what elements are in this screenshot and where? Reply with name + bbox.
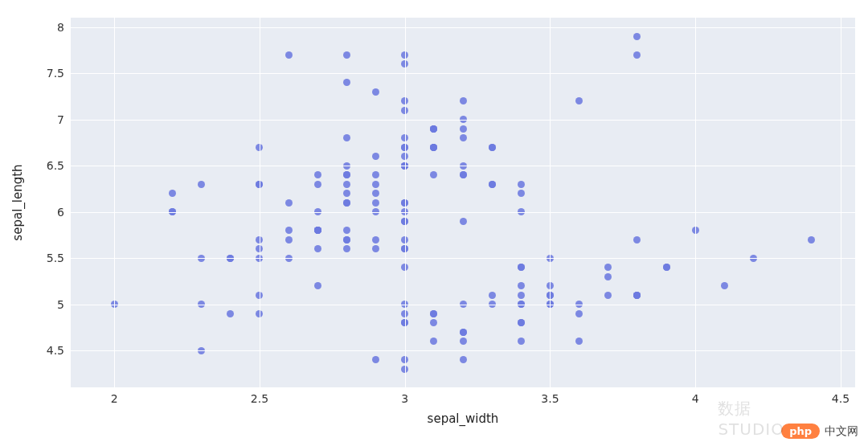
data-point [198, 181, 205, 188]
data-point [460, 125, 467, 133]
data-point [518, 319, 525, 326]
data-point [430, 319, 437, 326]
data-point [227, 310, 234, 317]
gridline-h [71, 120, 855, 121]
y-tick-label: 6 [16, 206, 64, 219]
watermark: 数据STUDIO php 中文网 [781, 424, 858, 439]
x-tick-label: 4 [692, 392, 699, 405]
data-point [343, 227, 350, 234]
data-point [285, 51, 293, 59]
data-point [343, 181, 350, 188]
data-point [721, 282, 728, 289]
data-point [663, 264, 670, 271]
data-point [460, 338, 467, 345]
x-tick-label: 2 [111, 392, 118, 405]
data-point [460, 329, 467, 336]
data-point [518, 292, 525, 299]
data-point [489, 181, 496, 188]
data-point [604, 264, 612, 271]
data-point [430, 144, 437, 151]
data-point [372, 356, 379, 363]
data-point [314, 245, 321, 252]
data-point [575, 97, 583, 104]
y-tick-label: 5.5 [16, 252, 64, 264]
data-point [460, 97, 467, 104]
data-point [343, 171, 350, 178]
data-point [372, 199, 379, 207]
plot-area [71, 18, 855, 387]
data-point [372, 236, 379, 244]
data-point [489, 292, 496, 299]
x-tick-label: 3.5 [541, 392, 559, 405]
scatter-figure: sepal_length sepal_width 数据STUDIO php 中文… [0, 0, 868, 442]
data-point [169, 190, 176, 197]
data-point [314, 282, 321, 289]
data-point [285, 199, 293, 207]
data-point [489, 144, 496, 151]
data-point [430, 171, 437, 178]
studio-watermark-icon: 数据STUDIO [718, 398, 784, 439]
data-point [430, 338, 437, 345]
data-point [633, 292, 641, 299]
y-tick-label: 5 [16, 298, 64, 311]
data-point [633, 33, 641, 40]
data-point [343, 79, 350, 86]
data-point [633, 51, 641, 59]
data-point [430, 310, 437, 317]
gridline-h [71, 258, 855, 259]
data-point [808, 236, 815, 244]
php-cn-label: 中文网 [825, 424, 858, 439]
data-point [372, 171, 379, 178]
gridline-h [71, 212, 855, 213]
data-point [343, 245, 350, 252]
y-tick-label: 4.5 [16, 344, 64, 357]
x-tick-label: 4.5 [832, 392, 850, 405]
y-tick-label: 7.5 [16, 67, 64, 80]
data-point [518, 338, 525, 345]
data-point [285, 227, 293, 234]
data-point [460, 218, 467, 225]
data-point [518, 190, 525, 197]
data-point [518, 181, 525, 188]
y-tick-label: 6.5 [16, 159, 64, 172]
data-point [372, 190, 379, 197]
data-point [314, 227, 321, 234]
data-point [430, 125, 437, 133]
data-point [460, 171, 467, 178]
x-tick-label: 2.5 [251, 392, 268, 405]
data-point [575, 310, 583, 317]
data-point [285, 236, 293, 244]
y-tick-label: 7 [16, 113, 64, 126]
data-point [575, 338, 583, 345]
data-point [343, 51, 350, 59]
x-tick-label: 3 [401, 392, 408, 405]
data-point [314, 171, 321, 178]
data-point [372, 245, 379, 252]
data-point [372, 181, 379, 188]
data-point [460, 134, 467, 141]
gridline-h [71, 350, 855, 351]
y-tick-label: 8 [16, 21, 64, 34]
gridline-h [71, 73, 855, 74]
data-point [343, 134, 350, 141]
gridline-h [71, 305, 855, 305]
data-point [633, 236, 641, 244]
data-point [343, 236, 350, 244]
data-point [343, 190, 350, 197]
gridline-h [71, 166, 855, 166]
data-point [604, 292, 612, 299]
data-point [314, 181, 321, 188]
data-point [518, 282, 525, 289]
data-point [518, 264, 525, 271]
gridline-h [71, 27, 855, 28]
data-point [460, 356, 467, 363]
data-point [372, 153, 379, 160]
php-logo-icon: php [781, 424, 820, 439]
data-point [343, 199, 350, 207]
data-point [604, 273, 612, 280]
data-point [372, 88, 379, 96]
